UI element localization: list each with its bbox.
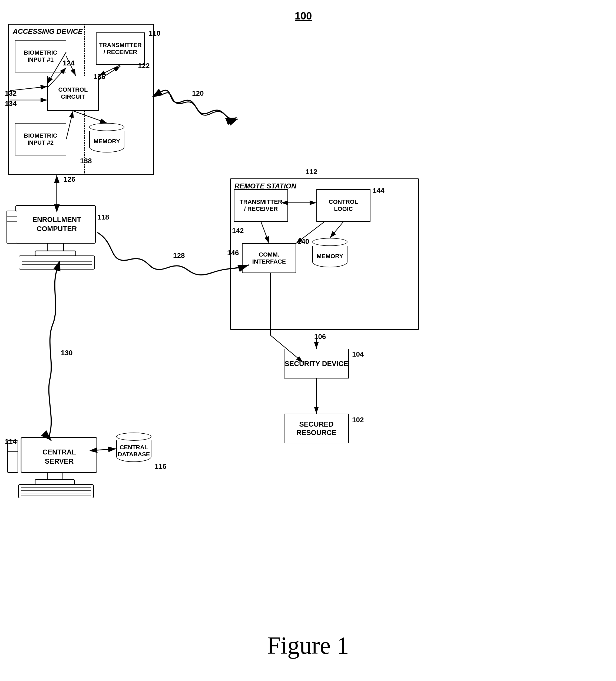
ref-106: 106 xyxy=(314,332,326,341)
ref-112: 112 xyxy=(305,168,317,176)
accessing-device-label: ACCESSING DEVICE xyxy=(13,27,83,36)
memory-remote-cylinder: MEMORY xyxy=(312,238,347,268)
control-circuit-box: CONTROLCIRCUIT xyxy=(47,76,99,111)
cylinder-top xyxy=(89,123,124,131)
tx-rx-access-box: TRANSMITTER/ RECEIVER xyxy=(96,32,145,65)
tx-rx-remote-box: TRANSMITTER/ RECEIVER xyxy=(234,189,288,222)
security-device-label: SECURITY DEVICE xyxy=(285,359,348,368)
ref-132: 132 xyxy=(5,89,17,98)
figure-label: Figure 1 xyxy=(267,632,349,659)
svg-rect-13 xyxy=(35,480,74,484)
cylinder-body: MEMORY xyxy=(89,131,124,152)
svg-rect-14 xyxy=(18,484,94,498)
memory-remote-cylinder-top xyxy=(312,238,347,246)
ref-142: 142 xyxy=(232,227,244,235)
ref-114: 114 xyxy=(5,437,17,446)
ref-110: 110 xyxy=(149,29,161,37)
svg-line-37 xyxy=(97,449,116,450)
security-device-box: SECURITY DEVICE xyxy=(284,349,349,378)
ref-146: 146 xyxy=(227,249,239,257)
ref-144: 144 xyxy=(373,186,384,195)
enrollment-computer-label: ENROLLMENTCOMPUTER xyxy=(22,215,92,233)
ref-130: 130 xyxy=(61,349,72,357)
biometric-input-2-box: BIOMETRICINPUT #2 xyxy=(15,123,66,155)
control-circuit-label: CONTROLCIRCUIT xyxy=(58,86,88,100)
svg-rect-12 xyxy=(47,473,62,480)
control-logic-label: CONTROLLOGIC xyxy=(329,198,358,212)
comm-interface-label: COMM.INTERFACE xyxy=(252,251,286,265)
svg-rect-8 xyxy=(7,211,17,243)
tx-rx-remote-label: TRANSMITTER/ RECEIVER xyxy=(240,198,282,212)
biometric-input-1-box: BIOMETRICINPUT #1 xyxy=(15,40,66,72)
secured-resource-label: SECURED RESOURCE xyxy=(285,420,348,437)
ref-140: 140 xyxy=(297,237,309,246)
secured-resource-box: SECURED RESOURCE xyxy=(284,413,349,444)
central-db-cylinder: CENTRAL DATABASE xyxy=(116,433,151,462)
ref-102: 102 xyxy=(352,416,364,424)
central-server-label: CENTRALSERVER xyxy=(24,448,94,466)
ref-124: 124 xyxy=(63,59,74,67)
ref-116: 116 xyxy=(155,462,166,471)
control-logic-box: CONTROLLOGIC xyxy=(316,189,370,222)
ref-126: 126 xyxy=(64,175,75,183)
memory-access-cylinder: MEMORY xyxy=(89,123,124,152)
memory-remote-label: MEMORY xyxy=(317,253,343,260)
ref-122: 122 xyxy=(138,61,150,70)
comm-interface-box: COMM.INTERFACE xyxy=(242,243,296,273)
memory-remote-cylinder-body: MEMORY xyxy=(312,246,347,268)
svg-rect-3 xyxy=(19,256,95,269)
svg-rect-1 xyxy=(47,243,64,251)
diagram-ref-100: 100 xyxy=(295,10,312,22)
ref-118: 118 xyxy=(97,213,109,221)
ref-120: 120 xyxy=(192,89,204,98)
ref-134: 134 xyxy=(5,100,17,108)
svg-rect-2 xyxy=(35,251,76,256)
tx-rx-access-label: TRANSMITTER/ RECEIVER xyxy=(99,42,142,56)
ref-138: 138 xyxy=(80,157,92,165)
diagram-container: 100 ACCESSING DEVICE BIOMETRICINPUT #1 1… xyxy=(0,0,616,681)
central-db-cylinder-top xyxy=(116,433,151,441)
central-db-cylinder-body: CENTRAL DATABASE xyxy=(116,440,151,462)
central-db-label: CENTRAL DATABASE xyxy=(117,444,151,458)
biometric-input-2-label: BIOMETRICINPUT #2 xyxy=(24,132,57,146)
memory-access-label: MEMORY xyxy=(94,138,120,145)
ref-104: 104 xyxy=(352,350,364,358)
ref-128: 128 xyxy=(173,251,185,260)
ref-136: 136 xyxy=(94,72,105,81)
biometric-input-1-label: BIOMETRICINPUT #1 xyxy=(24,49,57,63)
